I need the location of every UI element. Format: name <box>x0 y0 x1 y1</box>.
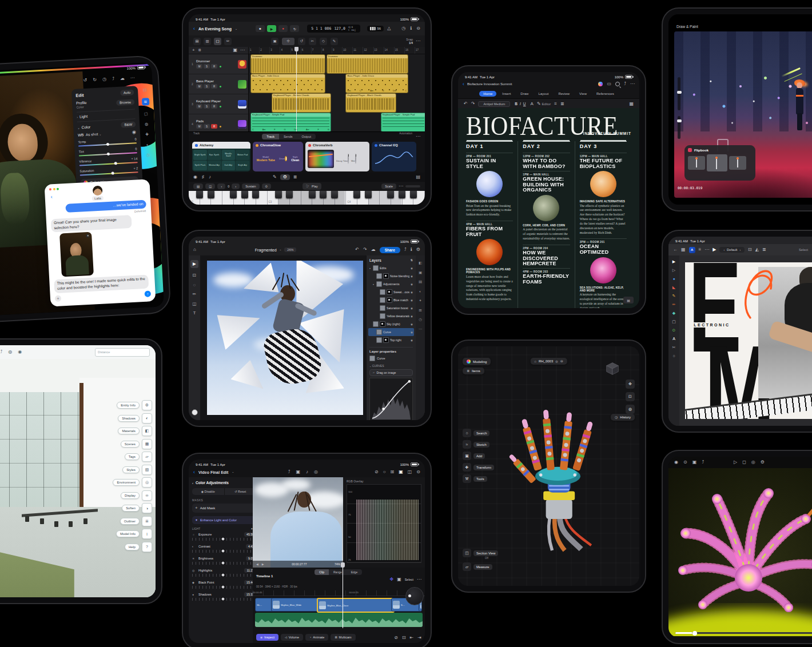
previous-frame-icon[interactable]: ◀ <box>256 563 258 566</box>
color-section-toggle[interactable]: ⌄ColorB&W <box>77 121 136 130</box>
camera-icon[interactable]: ▣ <box>233 48 237 53</box>
redo-icon[interactable]: ↷ <box>471 102 475 106</box>
cursor-tool-icon[interactable]: ▶ <box>713 247 716 252</box>
filter-icon[interactable]: ⇅ <box>411 258 413 262</box>
preset-cell[interactable]: Dark Arp <box>222 161 236 171</box>
heal-icon[interactable]: ✚ <box>145 132 149 136</box>
edit-mode-tab[interactable]: Edge <box>347 569 363 575</box>
timeline-scrubber[interactable] <box>675 632 812 634</box>
contact-name[interactable]: Laila <box>92 196 104 201</box>
viewer-icon[interactable]: ▣ <box>399 470 403 474</box>
visibility-toggle[interactable]: ◉ <box>411 267 413 270</box>
visibility-toggle[interactable]: ◉ <box>411 275 413 278</box>
panel-button-icon[interactable]: ⚙ <box>142 400 152 410</box>
redo-icon[interactable]: ↷ <box>363 247 367 252</box>
panel-button[interactable]: Display ∞ <box>113 490 152 501</box>
panel-button-icon[interactable]: ∞ <box>142 490 152 501</box>
bullet-list-icon[interactable]: ≡ <box>554 102 557 106</box>
stop-button[interactable]: ■ <box>256 25 265 32</box>
ribbon-tab[interactable]: Draw <box>516 91 532 97</box>
metronome-icon[interactable]: △ <box>387 26 391 31</box>
modeling-menu[interactable]: Modeling <box>463 358 491 365</box>
panel-button[interactable]: Scenes ▦ <box>113 439 152 449</box>
ribbon-tab[interactable]: View <box>575 91 591 97</box>
more-icon[interactable]: ⋯ <box>417 577 421 582</box>
panel-button-icon[interactable]: ▦ <box>142 439 152 449</box>
minimize-icon[interactable]: ⊖ <box>416 26 420 31</box>
plugin-alchemy[interactable]: Alchemy Bright SynthEpic SynthMetallic S… <box>192 142 250 171</box>
eraser-tool-icon[interactable]: ◫ <box>192 302 196 306</box>
plugin-channel-eq[interactable]: Channel EQ <box>372 142 416 171</box>
connect-icon[interactable]: ✥ <box>389 577 393 582</box>
ribbon-tab[interactable]: Review <box>554 91 574 97</box>
grid-panel-icon[interactable]: ⊞ <box>419 309 421 313</box>
document-name-pill[interactable]: ⌂RH_0003◎⊖ <box>530 358 567 365</box>
color-tool-icon[interactable]: ● <box>672 277 675 281</box>
editor-button[interactable]: Editor <box>542 102 551 106</box>
view-regions-icon[interactable]: ▢ <box>214 38 221 45</box>
layer-row[interactable]: Blue match ◉ <box>368 296 414 304</box>
effects-panel-icon[interactable]: ✦ <box>419 299 421 303</box>
midi-indicator[interactable]: 56 <box>367 26 384 31</box>
bar-ruler[interactable]: 1234567891011121314151617 <box>249 47 425 54</box>
menu-icon[interactable]: ≡ <box>699 247 702 252</box>
layer-row[interactable]: Adjustments ◉ <box>368 280 414 288</box>
play-icon[interactable]: ▶ <box>262 563 264 566</box>
window-controls[interactable] <box>49 188 59 191</box>
presets-icon[interactable]: ▤ <box>143 87 147 91</box>
panel-button[interactable]: Environment ◎ <box>113 477 152 488</box>
region-drummer[interactable]: Drummer <box>250 54 325 74</box>
camera-icon[interactable]: ▣ <box>296 470 300 474</box>
tool-icon[interactable]: ⚒ <box>463 474 471 483</box>
preset-cell[interactable]: Metallic Swell <box>222 150 236 160</box>
app-icon[interactable]: A <box>689 247 695 253</box>
pan-icon[interactable]: ✥ <box>626 380 635 389</box>
pencil-icon[interactable]: ✏ <box>224 38 232 45</box>
play-surface-button[interactable]: ☞Play <box>302 183 321 190</box>
viewer-preview[interactable]: ◀ ▶ 00:00:27:77 74% ⋯ <box>253 477 350 568</box>
copy-icon[interactable]: ▣ <box>271 38 278 45</box>
help-icon[interactable]: ℹ <box>411 247 412 252</box>
visibility-toggle[interactable]: ◉ <box>411 299 413 302</box>
decay-knob[interactable] <box>348 153 349 164</box>
piano-keyboard[interactable]: C2 C3 C4 <box>189 191 425 205</box>
layers-panel-icon[interactable]: ▣ <box>419 271 422 275</box>
document-title[interactable]: Fragmented <box>255 248 277 252</box>
back-icon[interactable]: ‹ <box>193 26 195 31</box>
panel-button-icon[interactable]: ◑ <box>142 503 152 513</box>
settings-icon[interactable]: ⚙ <box>280 174 290 180</box>
adjustments-panel-icon[interactable]: ◧ <box>419 261 422 265</box>
loop-icon[interactable]: ○ <box>383 470 386 474</box>
edit-mode-tab[interactable]: Clip <box>315 569 329 575</box>
move-tool-icon[interactable]: ▶ <box>190 260 198 268</box>
lcd-display[interactable]: 5 1 1 086 127,0 4/4C maj <box>307 25 360 33</box>
adjustment-slider[interactable]: ☀Brightness9.07 <box>192 556 256 565</box>
rect-tool-icon[interactable]: ▢ <box>672 319 676 324</box>
back-icon[interactable]: ‹ <box>192 481 193 485</box>
solo-button[interactable]: S <box>204 84 210 89</box>
panel-button[interactable]: Materials ◧ <box>113 426 152 436</box>
timeline-button[interactable]: ≋Inspect <box>256 634 278 641</box>
share-icon[interactable]: ⤴ <box>702 460 704 465</box>
export-icon[interactable]: ⤴ <box>404 247 407 252</box>
avatar[interactable] <box>92 186 102 196</box>
scale-button[interactable]: Scale <box>381 183 396 189</box>
adjustment-slider[interactable]: Tint0 <box>78 147 137 156</box>
panel-button[interactable]: Entity Info ⚙ <box>113 400 152 410</box>
preset-cell[interactable]: Motion Pad <box>236 150 249 160</box>
search-icon[interactable] <box>615 82 620 86</box>
dismiss-keyboard-button[interactable]: ▤ <box>623 297 634 303</box>
undo-icon[interactable]: ↶ <box>355 247 359 252</box>
home-icon[interactable]: ⌂ <box>193 247 196 252</box>
region-keys[interactable]: Keyboard Player - Broken Chords <box>272 93 331 113</box>
close-icon[interactable]: ✕ <box>86 234 90 238</box>
more-icon[interactable]: ⋯ <box>630 82 635 86</box>
lasso-tool-icon[interactable]: ◌ <box>193 283 196 287</box>
mobile-view-icon[interactable]: ▭ <box>607 82 611 86</box>
panel-button-icon[interactable]: i <box>142 529 152 539</box>
copilot-icon[interactable] <box>598 82 603 86</box>
select-menu[interactable]: Select <box>405 578 413 581</box>
play-icon[interactable]: ▷ <box>734 460 737 465</box>
arrange-area[interactable]: 1234567891011121314151617 Drummer Drumme… <box>249 47 425 131</box>
adjustment-slider[interactable]: ◆Black Point15.44 <box>192 580 256 589</box>
